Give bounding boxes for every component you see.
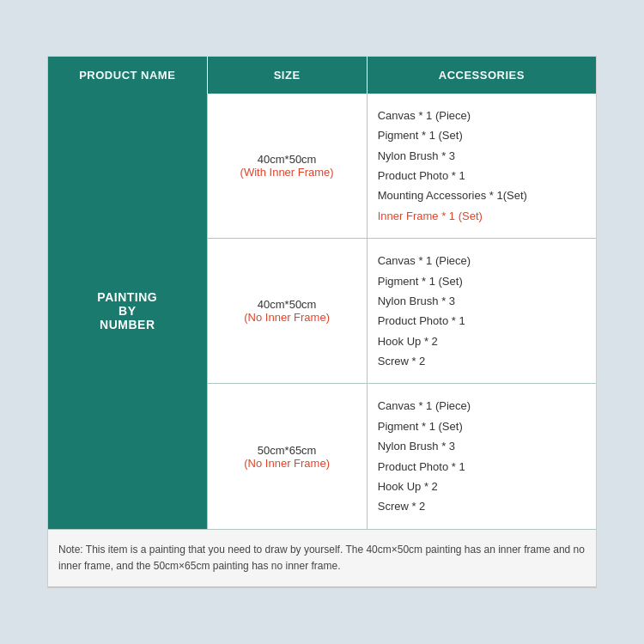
size-sub-1: (No Inner Frame) bbox=[218, 311, 356, 324]
product-table-container: PRODUCT NAME SIZE ACCESSORIES PAINTINGBY… bbox=[47, 56, 597, 588]
size-main-2: 50cm*65cm bbox=[218, 444, 356, 457]
table-row: PAINTINGBYNUMBER40cm*50cm(With Inner Fra… bbox=[48, 94, 596, 239]
note-text: Note: This item is a painting that you n… bbox=[58, 542, 586, 574]
note-cell: Note: This item is a painting that you n… bbox=[48, 529, 596, 586]
accessory-item: Pigment * 1 (Set) bbox=[378, 416, 586, 436]
accessory-item: Screw * 2 bbox=[378, 351, 586, 371]
table-header-row: PRODUCT NAME SIZE ACCESSORIES bbox=[48, 57, 596, 94]
accessory-item: Nylon Brush * 3 bbox=[378, 436, 586, 456]
accessory-item: Product Photo * 1 bbox=[378, 457, 586, 477]
accessory-item: Canvas * 1 (Piece) bbox=[378, 396, 586, 416]
product-name-cell: PAINTINGBYNUMBER bbox=[48, 94, 207, 530]
header-size: SIZE bbox=[207, 57, 367, 94]
accessory-item: Screw * 2 bbox=[378, 496, 586, 516]
size-cell-1: 40cm*50cm(No Inner Frame) bbox=[207, 239, 367, 384]
accessory-item: Nylon Brush * 3 bbox=[378, 291, 586, 311]
accessory-item: Product Photo * 1 bbox=[378, 166, 586, 185]
accessory-item: Mounting Accessories * 1(Set) bbox=[378, 185, 586, 205]
accessories-cell-0: Canvas * 1 (Piece)Pigment * 1 (Set)Nylon… bbox=[367, 94, 596, 239]
accessory-item: Canvas * 1 (Piece) bbox=[378, 106, 586, 125]
accessory-item: Pigment * 1 (Set) bbox=[378, 125, 586, 145]
size-main-0: 40cm*50cm bbox=[218, 153, 356, 166]
accessory-item: Hook Up * 2 bbox=[378, 331, 586, 351]
size-cell-0: 40cm*50cm(With Inner Frame) bbox=[207, 94, 367, 239]
accessory-item: Hook Up * 2 bbox=[378, 477, 586, 496]
size-cell-2: 50cm*65cm(No Inner Frame) bbox=[207, 384, 367, 529]
note-row: Note: This item is a painting that you n… bbox=[48, 529, 596, 586]
accessories-cell-1: Canvas * 1 (Piece)Pigment * 1 (Set)Nylon… bbox=[367, 239, 596, 384]
accessory-item: Product Photo * 1 bbox=[378, 311, 586, 331]
accessory-item: Canvas * 1 (Piece) bbox=[378, 251, 586, 270]
size-sub-2: (No Inner Frame) bbox=[218, 457, 356, 470]
accessories-cell-2: Canvas * 1 (Piece)Pigment * 1 (Set)Nylon… bbox=[367, 384, 596, 529]
accessory-item: Inner Frame * 1 (Set) bbox=[378, 206, 586, 226]
header-accessories: ACCESSORIES bbox=[367, 57, 596, 94]
size-main-1: 40cm*50cm bbox=[218, 298, 356, 311]
accessory-item: Nylon Brush * 3 bbox=[378, 146, 586, 166]
size-sub-0: (With Inner Frame) bbox=[218, 166, 356, 179]
accessory-item: Pigment * 1 (Set) bbox=[378, 271, 586, 291]
header-product-name: PRODUCT NAME bbox=[48, 57, 207, 94]
